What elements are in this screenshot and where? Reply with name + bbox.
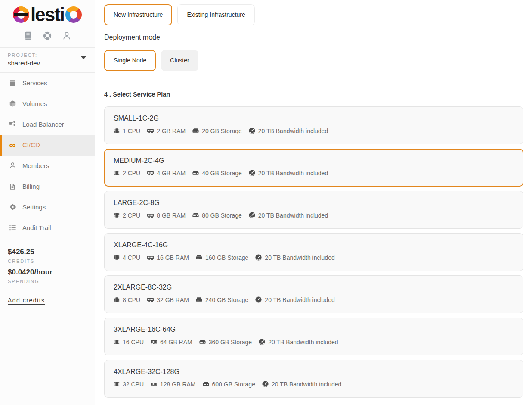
sidebar: lesti PROJECT: shared-dev: [0, 0, 95, 405]
cpu-chip-icon: [114, 381, 120, 387]
storage-drive-icon: [192, 169, 199, 177]
ram-value: 128 GB RAM: [160, 381, 195, 388]
plan-name: LARGE-2C-8G: [114, 199, 514, 207]
storage-drive-icon: [195, 254, 203, 261]
ram-spec: 128 GB RAM: [150, 380, 195, 388]
storage-spec: 360 GB Storage: [199, 338, 252, 346]
bandwidth-value: 20 TB Bandwidth included: [265, 254, 334, 261]
deployment-mode-tabs: Single Node Cluster: [104, 50, 523, 71]
sidebar-item-label: Settings: [22, 203, 46, 211]
plan-card[interactable]: MEDIUM-2C-4G 2 CPU 4 GB RAM 40 GB Storag…: [104, 149, 523, 187]
storage-spec: 40 GB Storage: [192, 169, 242, 177]
storage-drive-icon: [192, 212, 199, 219]
credits-label: CREDITS: [8, 259, 87, 264]
tab-existing-infrastructure[interactable]: Existing Infrastructure: [177, 4, 254, 25]
ram-spec: 16 GB RAM: [147, 254, 189, 261]
spending-amount: $0.0420/hour: [8, 268, 87, 277]
storage-value: 600 GB Storage: [212, 381, 255, 388]
sidebar-item-volumes[interactable]: Volumes: [0, 93, 95, 114]
bandwidth-spec: 20 TB Bandwidth included: [248, 212, 328, 219]
mode-cluster-button[interactable]: Cluster: [161, 50, 198, 71]
bandwidth-value: 20 TB Bandwidth included: [265, 296, 334, 303]
storage-value: 80 GB Storage: [202, 212, 242, 219]
bandwidth-value: 20 TB Bandwidth included: [258, 212, 328, 219]
bandwidth-spec: 20 TB Bandwidth included: [262, 380, 341, 388]
plan-card[interactable]: LARGE-2C-8G 2 CPU 8 GB RAM 80 GB Storage…: [104, 191, 523, 229]
bandwidth-value: 20 TB Bandwidth included: [268, 339, 338, 346]
ram-value: 4 GB RAM: [157, 170, 186, 177]
cpu-spec: 4 CPU: [114, 254, 140, 261]
sidebar-item-label: Services: [22, 79, 47, 87]
storage-spec: 600 GB Storage: [202, 380, 255, 388]
plan-card[interactable]: XLARGE-4C-16G 4 CPU 16 GB RAM 160 GB Sto…: [104, 233, 523, 271]
plan-name: SMALL-1C-2G: [114, 115, 514, 122]
storage-spec: 240 GB Storage: [195, 296, 248, 303]
account-icon[interactable]: [62, 31, 71, 40]
ram-icon: [147, 169, 154, 177]
ram-value: 16 GB RAM: [157, 254, 189, 261]
cpu-value: 2 CPU: [123, 170, 140, 177]
plan-card[interactable]: 4XLARGE-32C-128G 32 CPU 128 GB RAM 600 G…: [104, 360, 523, 398]
sidebar-item-billing[interactable]: Billing: [0, 176, 95, 197]
bandwidth-gauge-icon: [248, 212, 256, 219]
docs-icon[interactable]: [23, 31, 33, 40]
ram-spec: 8 GB RAM: [147, 212, 186, 219]
plan-name: 4XLARGE-32C-128G: [114, 368, 514, 376]
plan-specs: 2 CPU 4 GB RAM 40 GB Storage 20 TB Bandw…: [114, 169, 514, 177]
ram-spec: 64 GB RAM: [150, 338, 192, 346]
sidebar-item-load-balancer[interactable]: Load Balancer: [0, 114, 95, 135]
cpu-spec: 32 CPU: [114, 381, 144, 388]
sidebar-item-label: Members: [22, 162, 49, 169]
bandwidth-gauge-icon: [262, 380, 269, 388]
project-selector[interactable]: PROJECT: shared-dev: [0, 48, 95, 72]
plan-name: XLARGE-4C-16G: [114, 241, 514, 249]
bandwidth-gauge-icon: [255, 296, 262, 303]
support-icon[interactable]: [43, 31, 52, 40]
sidebar-item-audit-trail[interactable]: Audit Trail: [0, 218, 95, 238]
plan-card[interactable]: 3XLARGE-16C-64G 16 CPU 64 GB RAM 360 GB …: [104, 318, 523, 355]
plan-list: SMALL-1C-2G 1 CPU 2 GB RAM 20 GB Storage…: [104, 106, 523, 398]
storage-value: 160 GB Storage: [205, 254, 248, 261]
mode-single-node-button[interactable]: Single Node: [104, 50, 156, 71]
select-service-plan-heading: 4 . Select Service Plan: [104, 91, 523, 98]
sidebar-item-label: Audit Trail: [22, 224, 51, 231]
chevron-down-icon: [81, 56, 86, 59]
cpu-chip-icon: [114, 254, 120, 261]
cpu-chip-icon: [114, 296, 120, 303]
storage-drive-icon: [202, 380, 210, 388]
sidebar-item-cicd[interactable]: ∞ CI/CD: [0, 135, 95, 156]
main-content: New Infrastructure Existing Infrastructu…: [95, 0, 532, 405]
storage-spec: 80 GB Storage: [192, 212, 242, 219]
bandwidth-gauge-icon: [248, 169, 256, 177]
elestio-logo: lesti: [0, 0, 95, 27]
cicd-infinity-icon: ∞: [9, 142, 16, 148]
bandwidth-spec: 20 TB Bandwidth included: [248, 127, 328, 134]
storage-spec: 160 GB Storage: [195, 254, 248, 261]
add-credits-link[interactable]: Add credits: [8, 297, 45, 304]
cpu-spec: 2 CPU: [114, 170, 140, 177]
tab-new-infrastructure[interactable]: New Infrastructure: [104, 4, 172, 25]
logo-text: lesti: [30, 6, 65, 23]
ram-icon: [150, 380, 158, 388]
billing-icon: [9, 183, 16, 190]
plan-card[interactable]: 2XLARGE-8C-32G 8 CPU 32 GB RAM 240 GB St…: [104, 275, 523, 313]
bandwidth-gauge-icon: [255, 254, 262, 261]
storage-drive-icon: [199, 338, 206, 346]
logo-e-icon: [13, 6, 29, 23]
bandwidth-gauge-icon: [258, 338, 266, 346]
storage-value: 20 GB Storage: [202, 128, 242, 134]
sidebar-item-members[interactable]: Members: [0, 156, 95, 176]
sidebar-item-services[interactable]: Services: [0, 73, 95, 93]
bandwidth-value: 20 TB Bandwidth included: [258, 128, 328, 134]
plan-name: MEDIUM-2C-4G: [114, 157, 514, 165]
plan-card[interactable]: SMALL-1C-2G 1 CPU 2 GB RAM 20 GB Storage…: [104, 106, 523, 144]
sidebar-item-settings[interactable]: Settings: [0, 197, 95, 218]
plan-name: 2XLARGE-8C-32G: [114, 284, 514, 291]
project-name: shared-dev: [8, 59, 87, 67]
cpu-value: 8 CPU: [123, 296, 140, 303]
cpu-chip-icon: [114, 212, 120, 218]
volumes-icon: [9, 100, 16, 107]
sidebar-item-label: Volumes: [22, 100, 47, 107]
storage-spec: 20 GB Storage: [192, 127, 242, 134]
logo-o-icon: [65, 6, 82, 23]
